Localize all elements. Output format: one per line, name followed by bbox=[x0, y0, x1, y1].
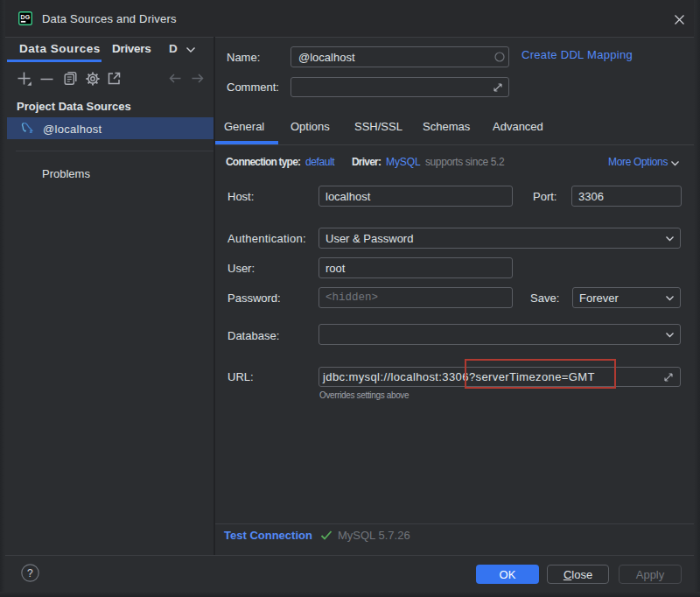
svg-text:?: ? bbox=[27, 567, 33, 579]
svg-text:DG: DG bbox=[21, 14, 31, 20]
